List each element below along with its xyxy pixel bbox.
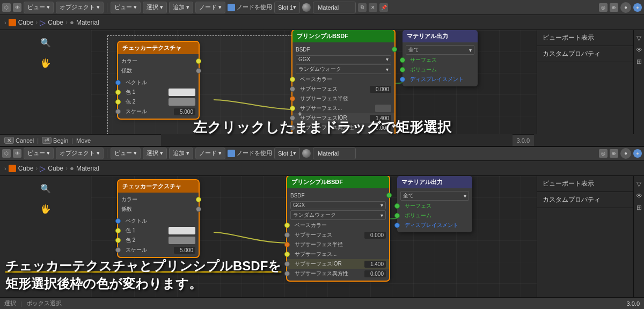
custom-props-title[interactable]: カスタムプロパティ ›: [543, 49, 639, 58]
bottom-principled-ssradius-in[interactable]: [284, 242, 290, 247]
bottom-use-nodes-checkbox[interactable]: ノードを使用: [228, 149, 272, 157]
begin-btn[interactable]: ⏎ Begin: [42, 137, 68, 144]
add-menu[interactable]: 追加▾: [169, 2, 193, 13]
node-menu[interactable]: ノード▾: [195, 2, 225, 13]
bottom-checker-col1-in[interactable]: [115, 228, 121, 233]
bottom-principled-ssior-in[interactable]: [284, 261, 290, 267]
rw-dropdown[interactable]: ランダムウォーク▾: [296, 64, 391, 74]
bottom-checker-vector-in[interactable]: [115, 218, 121, 224]
bottom-node-menu[interactable]: ノード▾: [195, 148, 225, 159]
editor-type-icon[interactable]: ⬡: [2, 3, 11, 12]
move-btn[interactable]: Move: [76, 137, 91, 144]
cancel-btn[interactable]: ✕ Cancel: [4, 137, 34, 144]
checker-col2-in[interactable]: [115, 99, 121, 105]
bottom-breadcrumb-material[interactable]: Material: [76, 165, 99, 172]
bottom-settings-icon[interactable]: ●: [633, 149, 642, 158]
magnify-icon[interactable]: 🔍: [38, 34, 54, 50]
gizmo-icon[interactable]: ⊕: [610, 3, 618, 12]
bottom-principled-subsurface-in[interactable]: [284, 232, 290, 238]
bottom-output-volume-in[interactable]: [394, 213, 400, 218]
breadcrumb-cube2[interactable]: Cube: [48, 19, 63, 26]
settings-icon[interactable]: ●: [633, 3, 642, 12]
bottom-view2-menu[interactable]: ビュー▾: [111, 148, 141, 159]
bottom-hand-icon[interactable]: 🖐: [38, 201, 54, 217]
bottom-custom-props-title[interactable]: カスタムプロパティ ›: [543, 195, 639, 204]
bottom-material-selector[interactable]: Material: [313, 148, 356, 159]
bottom-slot-selector[interactable]: Slot 1 ▾: [274, 148, 300, 159]
bottom-output-all-dropdown[interactable]: 全て▾: [400, 191, 469, 201]
principled-bsdf-out[interactable]: [392, 47, 397, 52]
bottom-node-editor[interactable]: チェッカーテクスチャ カラー 係数 ベクトル 色 1: [91, 176, 537, 297]
output-surface-in[interactable]: [400, 57, 405, 63]
hand-icon[interactable]: 🖐: [38, 55, 54, 71]
checker-color-out[interactable]: [196, 58, 201, 64]
output-node-bottom[interactable]: マテリアル出力 全て▾ サーフェス ボリューム ディ: [397, 176, 472, 232]
checker-node-top[interactable]: チェッカーテクスチャ カラー 係数 ベクトル 色 1: [118, 42, 199, 119]
bottom-eye-icon[interactable]: 👁: [636, 192, 642, 200]
ggx-dropdown[interactable]: GGX▾: [296, 55, 391, 63]
principled-ssior-in[interactable]: [290, 115, 295, 121]
output-node-top[interactable]: マテリアル出力 全て▾ サーフェス ボリューム ディ: [402, 30, 478, 86]
material-selector[interactable]: Material: [313, 2, 356, 13]
checker-fac-out[interactable]: [196, 68, 201, 73]
use-nodes-checkbox[interactable]: ノードを使用: [228, 3, 272, 11]
view-menu[interactable]: ビュー▾: [24, 2, 54, 13]
bottom-output-surface-in[interactable]: [394, 203, 400, 209]
object-menu[interactable]: オブジェクト▾: [56, 2, 104, 13]
bottom-gizmo-icon[interactable]: ⊕: [610, 149, 618, 158]
view2-menu[interactable]: ビュー▾: [111, 2, 141, 13]
overlay-icon[interactable]: ◎: [599, 3, 608, 12]
principled-ssradius-in[interactable]: [290, 96, 295, 101]
principled-ssaniso-in[interactable]: [290, 125, 295, 130]
bottom-view-icon[interactable]: 👁: [13, 149, 21, 158]
bottom-output-displacement-in[interactable]: [394, 223, 400, 228]
output-displacement-in[interactable]: [400, 77, 405, 82]
pin-icon[interactable]: 📌: [379, 3, 388, 12]
bottom-checker-color-out[interactable]: [196, 197, 201, 202]
bottom-principled-ssaniso-in[interactable]: [284, 271, 290, 276]
principled-basecolor-in[interactable]: [290, 77, 295, 82]
breadcrumb-material[interactable]: Material: [76, 19, 99, 26]
close-icon[interactable]: ✕: [369, 3, 377, 12]
principled-sscolor-in[interactable]: [290, 106, 295, 111]
bottom-checker-scale-in[interactable]: [115, 247, 121, 253]
bottom-magnify-icon[interactable]: 🔍: [38, 180, 54, 196]
view-mode-icon[interactable]: ●: [620, 2, 631, 13]
principled-node-bottom[interactable]: プリンシプルBSDF BSDF GGX▾ ランダムウォーク▾: [287, 176, 389, 281]
bottom-view-menu[interactable]: ビュー▾: [24, 148, 54, 159]
bottom-principled-sscolor-in[interactable]: [284, 252, 290, 257]
bottom-filter-icon[interactable]: ▽: [636, 180, 641, 188]
grid-icon[interactable]: ⊞: [636, 58, 642, 65]
checker-node-bottom[interactable]: チェッカーテクスチャ カラー 係数 ベクトル 色 1: [118, 180, 199, 257]
bottom-view-mode-icon[interactable]: ●: [620, 148, 631, 159]
bottom-rw-dropdown[interactable]: ランダムウォーク▾: [290, 210, 386, 220]
breadcrumb-cube1[interactable]: Cube: [18, 19, 34, 26]
checker-vector-in[interactable]: [115, 80, 121, 85]
bottom-viewport-title[interactable]: ビューポート表示 ›: [543, 179, 639, 188]
bottom-checker-col2-in[interactable]: [115, 238, 121, 243]
checker-scale-in[interactable]: [115, 109, 121, 114]
filter-icon[interactable]: ▽: [636, 34, 641, 42]
bottom-breadcrumb-cube2[interactable]: Cube: [48, 165, 63, 172]
checker-col1-in[interactable]: [115, 90, 121, 95]
copy-icon[interactable]: ⧉: [358, 3, 367, 12]
view-icon[interactable]: 👁: [13, 3, 21, 12]
slot-selector[interactable]: Slot 1 ▾: [274, 2, 300, 13]
bottom-checker-fac-out[interactable]: [196, 207, 201, 212]
bottom-grid-icon[interactable]: ⊞: [636, 204, 642, 211]
top-node-editor[interactable]: チェッカーテクスチャ カラー 係数 ベクトル 色 1: [91, 30, 537, 134]
principled-subsurface-in[interactable]: [290, 86, 295, 92]
eye-icon[interactable]: 👁: [636, 46, 642, 54]
bottom-sphere-icon[interactable]: [302, 149, 311, 158]
bottom-object-menu[interactable]: オブジェクト▾: [56, 148, 104, 159]
bottom-select-menu[interactable]: 選択▾: [143, 148, 167, 159]
bottom-overlay-icon[interactable]: ◎: [599, 149, 608, 158]
viewport-title[interactable]: ビューポート表示 ›: [543, 33, 639, 42]
bottom-ggx-dropdown[interactable]: GGX▾: [290, 201, 386, 209]
bottom-breadcrumb-cube1[interactable]: Cube: [18, 165, 34, 172]
bottom-principled-bsdf-out[interactable]: [386, 193, 392, 198]
bottom-add-menu[interactable]: 追加▾: [169, 148, 193, 159]
bottom-principled-basecolor-in[interactable]: [284, 223, 290, 228]
select-menu[interactable]: 選択▾: [143, 2, 167, 13]
output-volume-in[interactable]: [400, 67, 405, 72]
